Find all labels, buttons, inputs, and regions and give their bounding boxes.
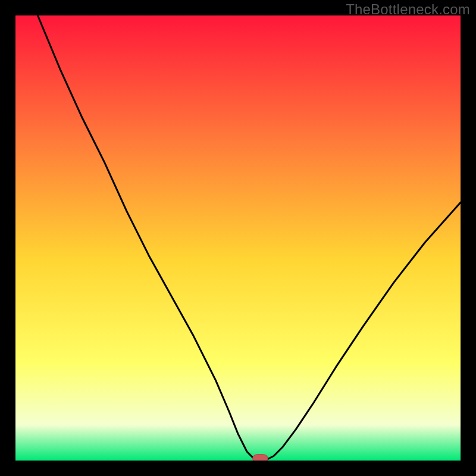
gradient-background bbox=[15, 15, 461, 461]
bottleneck-chart bbox=[15, 15, 461, 461]
chart-frame: TheBottleneck.com bbox=[0, 0, 476, 476]
optimal-point-marker bbox=[253, 455, 268, 461]
